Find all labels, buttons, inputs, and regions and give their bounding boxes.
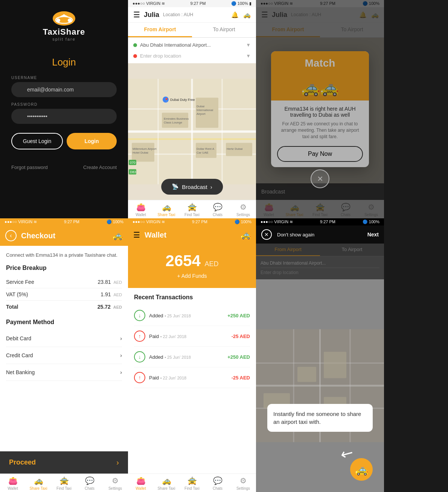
tab-to-airport[interactable]: To Airport <box>192 23 256 37</box>
back-button[interactable]: ‹ <box>5 230 17 241</box>
pay-now-button[interactable]: Pay Now <box>277 146 363 162</box>
airport-tabs: From Airport To Airport <box>128 23 256 38</box>
close-modal-button[interactable]: ✕ <box>311 169 329 188</box>
net-banking-option[interactable]: Net Banking › <box>6 364 122 381</box>
service-fee-row: Service Fee 23.81 AED <box>6 276 122 288</box>
svg-text:D83: D83 <box>130 170 136 174</box>
login-title: Login <box>52 56 76 68</box>
proceed-bar[interactable]: Proceed › <box>0 451 128 474</box>
match-subtitle: For AED 25 we connect you in chat to arr… <box>277 121 363 140</box>
debit-chevron: › <box>120 335 122 341</box>
wallet-menu-icon[interactable]: ☰ <box>133 230 140 239</box>
broadcast-arrow: › <box>210 184 212 190</box>
checkout-wallet-icon: 👛 <box>8 476 18 485</box>
transaction-icon: ↑ <box>134 331 145 342</box>
logo: TaxiShare split fare <box>43 11 85 41</box>
tab-from-airport[interactable]: From Airport <box>128 23 192 37</box>
broadcast-button[interactable]: 📡 Broadcast › <box>161 179 223 195</box>
svg-point-3 <box>63 14 65 17</box>
svg-text:Car UAE: Car UAE <box>197 151 209 154</box>
tutorial-status-bar: ●●●○○ VIRGIN ≋ 9:27 PM 🔵 100% <box>256 218 384 225</box>
checkout-nav-wallet[interactable]: 👛 Wallet <box>0 476 26 490</box>
checkout-nav-settings[interactable]: ⚙ Settings <box>102 476 128 490</box>
to-dropdown-icon[interactable]: ▼ <box>246 53 251 59</box>
forgot-password-link[interactable]: Forgot password <box>11 165 48 170</box>
wallet-status-bar: ●●●○○ VIRGIN ≋ 9:27 PM 🔵 100% <box>128 218 256 225</box>
checkout-header: ‹ Checkout 🚕 <box>0 225 128 246</box>
tutorial-tooltip-text: Instantly find me someone to share an ai… <box>273 411 361 425</box>
from-location-input[interactable]: Abu Dhabi International Airport... ▼ <box>133 41 251 49</box>
tutorial-close-button[interactable]: ✕ <box>261 229 272 240</box>
username-label: USERNAME <box>11 76 117 80</box>
wallet-taxi-icon: 🚕 <box>241 230 251 240</box>
bottom-nav: 👛 Wallet 🚕 Share Taxi 🚖 Find Taxi 💬 Chat… <box>128 200 256 218</box>
checkout-share-label: Share Taxi <box>29 486 47 490</box>
nav-wallet[interactable]: 👛 Wallet <box>128 203 154 217</box>
next-button[interactable]: Next <box>367 232 379 238</box>
from-dot <box>133 43 137 47</box>
checkout-panel: ●●●○○ VIRGIN ≋ 9:27 PM 🔵 100% ‹ Checkout… <box>0 218 128 492</box>
match-panel: ●●●○○ VIRGIN ≋ 9:27 PM 🔵 100% ☰ Julia Lo… <box>256 0 384 218</box>
wallet-nav-chats[interactable]: 💬 Chats <box>205 476 230 490</box>
wallet-nav-settings[interactable]: ⚙ Settings <box>230 476 256 490</box>
transaction-row: ↑ Paid • 22 Jun' 2018 -25 AED <box>134 326 250 347</box>
banking-chevron: › <box>120 369 122 375</box>
from-dropdown-icon[interactable]: ▼ <box>246 42 251 48</box>
wallet-nav-share[interactable]: 🚕 Share Taxi <box>154 476 179 490</box>
tutorial-share-taxi-button[interactable]: 🚕 <box>350 458 373 481</box>
menu-icon[interactable]: ☰ <box>133 10 140 19</box>
broadcast-icon: 📡 <box>172 183 179 190</box>
svg-rect-29 <box>324 352 346 378</box>
nav-settings[interactable]: ⚙ Settings <box>230 203 256 217</box>
notification-icon[interactable]: 🔔 <box>231 11 239 18</box>
to-location-text: Enter drop location <box>140 53 181 59</box>
vat-row: VAT (5%) 1.91 AED <box>6 288 122 301</box>
tutorial-header: ✕ Don't show again Next <box>256 225 384 244</box>
nav-wallet-label: Wallet <box>136 213 146 217</box>
transaction-row: ↑ Paid • 22 Jun' 2018 -25 AED <box>134 367 250 388</box>
share-taxi-icon: 🚕 <box>162 203 171 212</box>
wallet-chats-icon: 💬 <box>213 476 222 485</box>
add-funds-button[interactable]: + Add Funds <box>128 273 256 279</box>
user-name: Julia <box>144 11 159 19</box>
debit-card-option[interactable]: Debit Card › <box>6 330 122 347</box>
match-taxi-image: 🚕🚕 <box>271 75 369 101</box>
svg-text:📍: 📍 <box>164 97 169 102</box>
svg-point-2 <box>68 18 72 22</box>
debit-card-label: Debit Card <box>6 335 31 341</box>
email-field[interactable] <box>11 82 117 97</box>
transaction-amount: -25 AED <box>232 375 250 381</box>
match-card: Match 🚕🚕 Emma134 is right here at AUH tr… <box>271 51 369 167</box>
nav-share-label: Share Taxi <box>157 213 175 217</box>
broadcast-label: Broadcast <box>182 184 207 190</box>
nav-share-taxi[interactable]: 🚕 Share Taxi <box>154 203 179 217</box>
wallet-icon: 👛 <box>136 203 146 212</box>
checkout-chats-icon: 💬 <box>85 476 94 485</box>
svg-text:Airport: Airport <box>197 112 206 116</box>
password-field[interactable] <box>11 109 117 124</box>
tutorial-airport-input: Abu Dhabi International Airport... <box>261 259 379 268</box>
guest-login-button[interactable]: Guest Login <box>11 133 63 149</box>
checkout-nav-share[interactable]: 🚕 Share Taxi <box>26 476 51 490</box>
wallet-currency: AED <box>204 260 218 268</box>
wallet-nav-share-label: Share Taxi <box>157 486 175 490</box>
taxi-share-icon[interactable]: 🚕 <box>243 11 251 18</box>
create-account-link[interactable]: Create Account <box>83 165 117 170</box>
checkout-settings-icon: ⚙ <box>112 476 119 485</box>
wallet-bottom-nav: 👛 Wallet 🚕 Share Taxi 🚖 Find Taxi 💬 Chat… <box>128 474 256 492</box>
to-location-input[interactable]: Enter drop location ▼ <box>133 52 251 60</box>
wallet-share-icon: 🚕 <box>162 476 171 485</box>
tutorial-tab-from: From Airport <box>256 244 320 256</box>
wallet-nav-wallet[interactable]: 👛 Wallet <box>128 476 154 490</box>
nav-chats[interactable]: 💬 Chats <box>205 203 230 217</box>
credit-card-option[interactable]: Credit Card › <box>6 347 122 364</box>
tutorial-drop-input: Enter drop location <box>261 268 379 277</box>
checkout-nav-chats[interactable]: 💬 Chats <box>77 476 102 490</box>
nav-find-taxi[interactable]: 🚖 Find Taxi <box>179 203 205 217</box>
transaction-label: Paid • 22 Jun' 2018 <box>149 375 228 381</box>
login-button[interactable]: Login <box>67 133 117 149</box>
checkout-nav-find[interactable]: 🚖 Find Taxi <box>51 476 77 490</box>
wallet-nav-find[interactable]: 🚖 Find Taxi <box>179 476 205 490</box>
match-description: Emma134 is right here at AUH travelling … <box>277 106 363 118</box>
tutorial-tab-to: To Airport <box>320 244 384 256</box>
